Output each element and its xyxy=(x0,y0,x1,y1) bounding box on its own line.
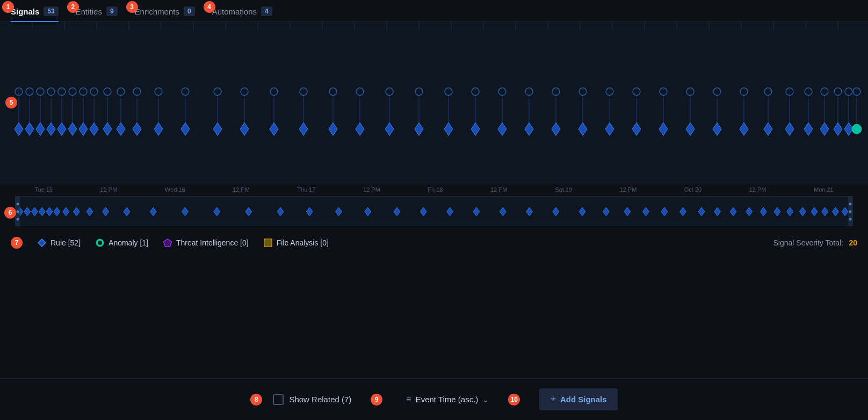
svg-point-91 xyxy=(579,88,587,96)
label-tue15: Tue 15 xyxy=(34,186,53,193)
timeline-svg xyxy=(0,22,868,183)
svg-point-195 xyxy=(16,203,19,206)
step-badge-2: 2 xyxy=(67,1,79,13)
svg-point-87 xyxy=(472,88,479,96)
label-wed16: Wed 16 xyxy=(165,186,185,193)
show-related-toggle[interactable]: Show Related (7) xyxy=(273,394,351,405)
tab-entities[interactable]: 2 Entities 9 xyxy=(76,6,118,21)
step-badge-4: 4 xyxy=(204,1,215,13)
svg-point-80 xyxy=(270,88,278,96)
tab-automations[interactable]: 4 Automations 4 xyxy=(212,6,272,21)
legend-threat-label: Threat Intelligence [0] xyxy=(176,238,249,247)
svg-point-89 xyxy=(525,88,533,96)
label-thu17: Thu 17 xyxy=(297,186,315,193)
show-related-checkbox[interactable] xyxy=(273,394,284,405)
svg-point-88 xyxy=(498,88,506,96)
svg-marker-204 xyxy=(163,239,171,247)
legend-rule-label: Rule [52] xyxy=(50,238,81,247)
label-mon21: Mon 21 xyxy=(814,186,834,193)
step-badge-1: 1 xyxy=(2,1,14,13)
step-badge-10: 10 xyxy=(508,394,520,405)
svg-point-102 xyxy=(834,88,842,96)
rule-diamond-icon xyxy=(38,238,46,247)
legend-rule[interactable]: Rule [52] xyxy=(38,238,81,247)
tab-automations-count: 4 xyxy=(261,6,272,16)
legend-anomaly[interactable]: Anomaly [1] xyxy=(96,238,148,247)
show-related-label: Show Related (7) xyxy=(289,395,351,404)
page-wrapper: 1 Signals 53 2 Entities 9 3 Enrichments … xyxy=(0,0,868,420)
svg-rect-0 xyxy=(0,22,868,183)
legend-threat[interactable]: Threat Intelligence [0] xyxy=(163,238,249,247)
label-12pm-5: 12 PM xyxy=(620,186,637,193)
tab-enrichments[interactable]: 3 Enrichments 0 xyxy=(135,6,195,21)
label-sat19: Sat 19 xyxy=(555,186,572,193)
svg-point-199 xyxy=(849,211,852,213)
svg-point-73 xyxy=(104,88,111,96)
svg-point-97 xyxy=(740,88,748,96)
severity-value: 20 xyxy=(849,238,857,247)
legend-file[interactable]: File Analysis [0] xyxy=(264,238,329,247)
tab-enrichments-label: Enrichments xyxy=(135,7,179,16)
svg-marker-201 xyxy=(38,239,46,247)
svg-point-68 xyxy=(47,88,55,96)
bottom-bar: 8 Show Related (7) 9 ≡ Event Time (asc.)… xyxy=(0,378,868,420)
svg-point-100 xyxy=(805,88,812,96)
label-12pm-2: 12 PM xyxy=(233,186,250,193)
label-oct20: Oct 20 xyxy=(684,186,701,193)
svg-point-90 xyxy=(552,88,560,96)
sort-control[interactable]: ≡ Event Time (asc.) ⌄ xyxy=(406,395,489,404)
svg-point-67 xyxy=(37,88,44,96)
step-badge-6: 6 xyxy=(4,207,16,219)
mini-timeline[interactable] xyxy=(15,196,853,226)
add-signals-label: Add Signals xyxy=(560,395,607,404)
svg-point-74 xyxy=(117,88,125,96)
svg-point-95 xyxy=(686,88,694,96)
svg-point-93 xyxy=(633,88,640,96)
tabs-bar: 1 Signals 53 2 Entities 9 3 Enrichments … xyxy=(0,0,868,22)
svg-point-78 xyxy=(214,88,221,96)
label-12pm-4: 12 PM xyxy=(490,186,508,193)
anomaly-circle-icon xyxy=(96,238,104,247)
svg-point-198 xyxy=(849,203,852,206)
svg-point-71 xyxy=(79,88,87,96)
add-signals-button[interactable]: + Add Signals xyxy=(539,388,617,410)
sort-icon: ≡ xyxy=(406,395,411,404)
tab-entities-count: 9 xyxy=(106,6,118,16)
svg-point-75 xyxy=(133,88,141,96)
svg-point-70 xyxy=(69,88,76,96)
main-timeline[interactable]: 5 xyxy=(0,22,868,183)
chevron-down-icon: ⌄ xyxy=(482,395,489,404)
svg-point-98 xyxy=(764,88,772,96)
step-badge-5: 5 xyxy=(5,97,17,108)
svg-rect-148 xyxy=(16,197,852,226)
tab-signals-count: 53 xyxy=(44,6,58,16)
tab-signals[interactable]: 1 Signals 53 xyxy=(11,6,59,21)
svg-point-94 xyxy=(660,88,667,96)
sort-label: Event Time (asc.) xyxy=(416,395,479,404)
svg-point-79 xyxy=(241,88,248,96)
plus-icon: + xyxy=(550,394,556,405)
threat-pentagon-icon xyxy=(163,238,172,247)
svg-point-101 xyxy=(821,88,828,96)
svg-point-82 xyxy=(329,88,337,96)
svg-point-103 xyxy=(845,88,852,96)
label-fri18: Fri 18 xyxy=(428,186,443,193)
svg-point-86 xyxy=(445,88,452,96)
svg-point-84 xyxy=(386,88,393,96)
tab-automations-label: Automations xyxy=(212,7,257,16)
svg-point-66 xyxy=(26,88,33,96)
svg-point-69 xyxy=(58,88,66,96)
svg-point-144 xyxy=(854,126,859,132)
tab-enrichments-count: 0 xyxy=(184,6,195,16)
svg-point-196 xyxy=(16,211,19,213)
step-badge-3: 3 xyxy=(126,1,138,13)
step-badge-8: 8 xyxy=(250,394,262,405)
legend-row: 7 Rule [52] Anomaly [1] Threat Intellige… xyxy=(0,229,868,256)
svg-point-99 xyxy=(786,88,793,96)
svg-point-72 xyxy=(90,88,98,96)
mini-timeline-svg xyxy=(16,197,852,226)
svg-point-83 xyxy=(356,88,364,96)
svg-point-81 xyxy=(300,88,307,96)
svg-point-76 xyxy=(155,88,162,96)
svg-point-77 xyxy=(182,88,189,96)
